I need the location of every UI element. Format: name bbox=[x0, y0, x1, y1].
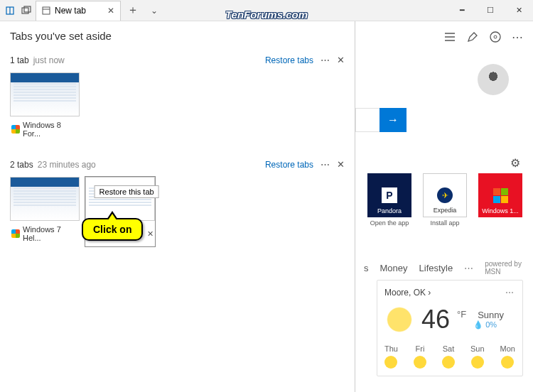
group-more-icon[interactable]: ⋯ bbox=[321, 159, 330, 170]
forecast-day: Thu bbox=[384, 344, 398, 369]
callout-text: Click on bbox=[82, 218, 143, 241]
forecast-day: Fri bbox=[414, 344, 426, 369]
top-sites-tiles: P Pandora Open the app Expedia Install a… bbox=[365, 173, 524, 227]
reading-list-icon[interactable] bbox=[443, 31, 456, 43]
powered-by-label: powered by MSN bbox=[485, 260, 524, 276]
restore-tabs-link[interactable]: Restore tabs bbox=[265, 55, 313, 65]
weather-condition: Sunny bbox=[478, 310, 504, 320]
group-time: just now bbox=[33, 55, 65, 65]
window-close-button[interactable]: ✕ bbox=[505, 0, 533, 21]
tile-pandora[interactable]: P Pandora Open the app bbox=[365, 173, 414, 227]
group-count: 1 tab bbox=[10, 55, 29, 65]
forecast-day: Sun bbox=[470, 344, 485, 369]
new-tab-page: ⋯ → ⚙ P Pandora Open the app Expedia Ins… bbox=[355, 21, 533, 392]
thumbnail-preview bbox=[85, 177, 155, 221]
tile-sub: Open the app bbox=[370, 219, 409, 227]
new-tab-button[interactable]: ＋ bbox=[124, 1, 142, 20]
tile-label: Pandora bbox=[377, 207, 402, 214]
weather-location: Moore, OK › bbox=[384, 288, 431, 298]
feed-tab[interactable]: Lifestyle bbox=[419, 263, 453, 273]
set-aside-tabs-icon[interactable] bbox=[4, 4, 17, 17]
favicon-icon bbox=[11, 125, 20, 134]
tile-expedia[interactable]: Expedia Install app bbox=[421, 173, 469, 227]
search-button[interactable]: → bbox=[379, 108, 407, 132]
svg-rect-3 bbox=[43, 7, 50, 14]
pandora-icon: P bbox=[382, 187, 397, 203]
search-input[interactable] bbox=[355, 108, 379, 132]
window-maximize-button[interactable]: ☐ bbox=[476, 0, 505, 21]
tab-page-icon bbox=[42, 6, 50, 15]
thumbnail-close-icon[interactable]: ✕ bbox=[147, 229, 154, 239]
svg-rect-1 bbox=[22, 8, 28, 13]
tile-label: Windows 1... bbox=[482, 207, 519, 214]
feed-more-icon[interactable]: ⋯ bbox=[464, 263, 473, 273]
gear-icon[interactable]: ⚙ bbox=[510, 156, 520, 170]
forecast-day: Sat bbox=[442, 344, 455, 369]
windows-icon bbox=[493, 188, 508, 203]
tile-sub: Install app bbox=[430, 219, 459, 227]
window-titlebar: New tab ✕ ＋ ⌄ ━ ☐ ✕ bbox=[0, 0, 533, 21]
aside-panel-title: Tabs you've set aside bbox=[10, 30, 345, 42]
weather-unit: °F bbox=[457, 309, 466, 320]
expedia-icon bbox=[437, 187, 453, 203]
group-more-icon[interactable]: ⋯ bbox=[321, 55, 330, 65]
browser-tab[interactable]: New tab ✕ bbox=[36, 1, 121, 21]
more-icon[interactable]: ⋯ bbox=[512, 31, 523, 44]
group-close-icon[interactable]: ✕ bbox=[337, 55, 345, 65]
restore-tab-tooltip: Restore this tab bbox=[95, 185, 159, 198]
aside-group: 1 tab just now Restore tabs ⋯ ✕ Windows … bbox=[10, 55, 345, 142]
feed-tab[interactable]: s bbox=[364, 263, 369, 273]
sun-icon bbox=[384, 356, 397, 369]
group-close-icon[interactable]: ✕ bbox=[337, 159, 345, 170]
svg-rect-2 bbox=[24, 6, 31, 12]
thumbnail-title: Windows 8 For... bbox=[23, 121, 78, 138]
thumbnail-preview bbox=[10, 72, 80, 116]
group-count: 2 tabs bbox=[10, 160, 33, 170]
instruction-callout: Click on bbox=[82, 218, 143, 241]
user-avatar[interactable] bbox=[478, 64, 509, 95]
sun-icon bbox=[501, 356, 514, 369]
thumbnail-title: Windows 7 Hel... bbox=[23, 225, 78, 242]
window-minimize-button[interactable]: ━ bbox=[448, 0, 476, 21]
favicon-icon bbox=[11, 229, 20, 238]
tabs-aside-panel: Tabs you've set aside 1 tab just now Res… bbox=[0, 21, 355, 392]
svg-point-5 bbox=[490, 32, 500, 42]
weather-more-icon[interactable]: ⋯ bbox=[505, 288, 515, 298]
svg-point-6 bbox=[494, 36, 497, 38]
tab-close-icon[interactable]: ✕ bbox=[107, 6, 114, 16]
tile-windows10[interactable]: Windows 1... bbox=[476, 173, 524, 227]
restore-tabs-link[interactable]: Restore tabs bbox=[265, 160, 313, 170]
sun-icon bbox=[442, 356, 455, 369]
feed-tab[interactable]: Money bbox=[380, 263, 408, 273]
share-icon[interactable] bbox=[489, 31, 502, 43]
show-aside-tabs-icon[interactable] bbox=[20, 4, 33, 17]
thumbnail-preview bbox=[10, 177, 80, 221]
weather-forecast: Thu Fri Sat Sun Mon bbox=[384, 344, 515, 369]
edit-icon[interactable] bbox=[466, 31, 479, 43]
weather-card[interactable]: Moore, OK › ⋯ 46 °F Sunny 💧 0% Thu Fri S… bbox=[377, 280, 523, 376]
aside-tab-thumbnail[interactable]: Windows 7 Hel... bbox=[10, 177, 80, 246]
sun-icon bbox=[471, 356, 484, 369]
weather-precip: 💧 0% bbox=[473, 320, 504, 330]
sun-icon bbox=[414, 356, 426, 369]
aside-tab-thumbnail[interactable]: Windows 8 For... bbox=[10, 72, 80, 142]
aside-group: 2 tabs 23 minutes ago Restore tabs ⋯ ✕ W… bbox=[10, 159, 345, 246]
tab-title: New tab bbox=[55, 6, 86, 16]
news-feed-tabs: s Money Lifestyle ⋯ powered by MSN bbox=[364, 260, 524, 276]
group-time: 23 minutes ago bbox=[38, 160, 96, 170]
tab-chevron-icon[interactable]: ⌄ bbox=[145, 1, 163, 20]
weather-temp: 46 bbox=[421, 305, 450, 334]
sun-icon bbox=[384, 305, 414, 334]
forecast-day: Mon bbox=[500, 344, 515, 369]
tile-label: Expedia bbox=[434, 207, 457, 214]
